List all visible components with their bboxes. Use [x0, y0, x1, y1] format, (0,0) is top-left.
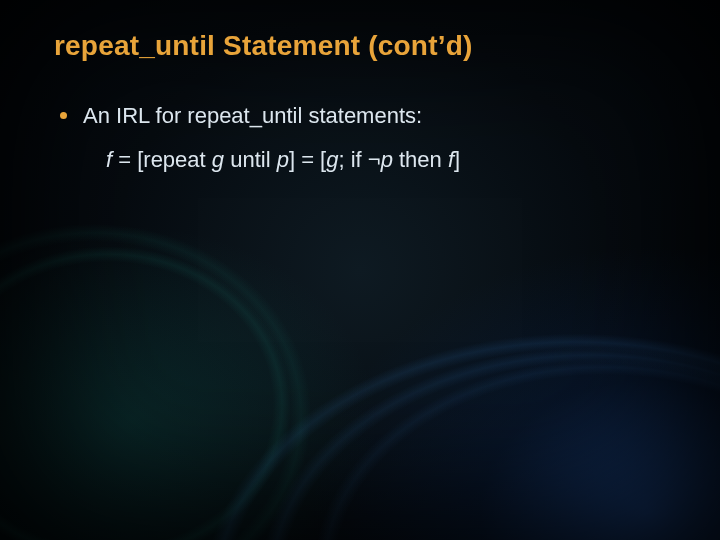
bullet-item: An IRL for repeat_until statements: — [60, 101, 666, 131]
formula-seg: = [repeat — [112, 147, 212, 172]
formula-seg: ] = [ — [289, 147, 326, 172]
bullet-text: An IRL for repeat_until statements: — [83, 101, 666, 131]
slide-content: repeat_until Statement (cont’d) An IRL f… — [0, 0, 720, 174]
formula-seg: then — [393, 147, 448, 172]
formula-var-p: p — [277, 147, 289, 172]
formula-var-p: p — [381, 147, 393, 172]
slide-title: repeat_until Statement (cont’d) — [54, 28, 666, 63]
formula-seg: ; if ¬ — [338, 147, 380, 172]
formula-var-g: g — [326, 147, 338, 172]
formula-var-g: g — [212, 147, 224, 172]
formula-seg: ] — [454, 147, 460, 172]
formula-line: f = [repeat g until p] = [g; if ¬p then … — [106, 145, 666, 175]
slide: repeat_until Statement (cont’d) An IRL f… — [0, 0, 720, 540]
formula-seg: until — [224, 147, 277, 172]
bullet-dot-icon — [60, 112, 67, 119]
